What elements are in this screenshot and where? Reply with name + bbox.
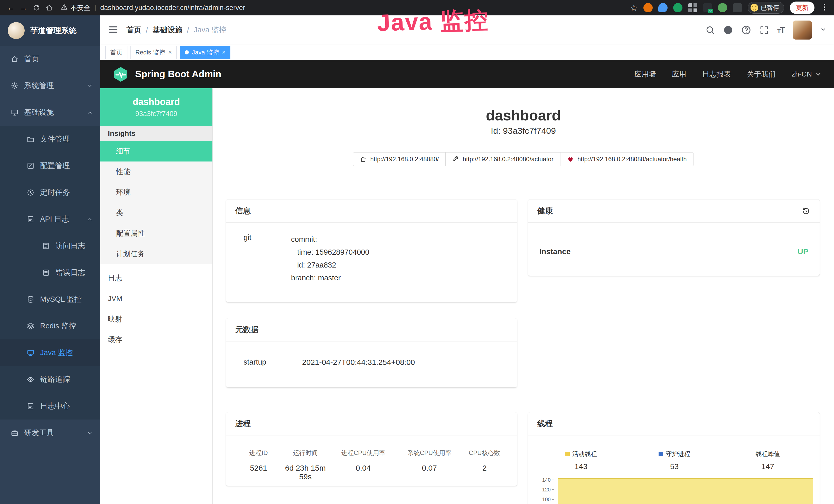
threads-card-title: 线程: [537, 418, 553, 429]
extension-icon[interactable]: [688, 3, 697, 12]
browser-actions: ☆ on 已暂停 更新: [630, 2, 829, 14]
process-header: 系统CPU使用率: [399, 449, 460, 457]
sidebar-item-access-logs[interactable]: 访问日志: [0, 233, 100, 259]
instance-nav-details[interactable]: 细节: [100, 141, 213, 161]
tab-label: Redis 监控: [135, 48, 165, 56]
sidebar-item-redis-monitor[interactable]: Redis 监控: [0, 313, 100, 339]
instance-nav-config-props[interactable]: 配置属性: [100, 223, 213, 244]
sidebar-item-config-mgmt[interactable]: 配置管理: [0, 153, 100, 179]
extension-icon[interactable]: on: [703, 3, 712, 12]
sba-nav-journal[interactable]: 日志报表: [702, 69, 731, 79]
sba-nav-wallboard[interactable]: 应用墙: [634, 69, 656, 79]
sidebar-item-system[interactable]: 系统管理: [0, 72, 100, 99]
extension-icon[interactable]: [673, 3, 682, 12]
sidebar-item-label: 定时任务: [40, 187, 70, 198]
sidebar-item-infra[interactable]: 基础设施: [0, 99, 100, 126]
info-line: id: 27aa832: [291, 258, 503, 271]
back-icon[interactable]: ←: [5, 2, 17, 13]
update-button[interactable]: 更新: [790, 2, 814, 14]
instance-nav-logs[interactable]: 日志: [100, 268, 213, 288]
legend-value: 143: [534, 462, 628, 471]
instance-nav-jvm[interactable]: JVM: [100, 288, 213, 309]
instance-nav-scheduled-tasks[interactable]: 计划任务: [100, 244, 213, 264]
tab-java-monitor[interactable]: Java 监控 ×: [180, 46, 231, 59]
service-url-button[interactable]: http://192.168.0.2:48080/: [353, 152, 446, 166]
chevron-up-icon: [87, 216, 93, 222]
instance-nav-caches[interactable]: 缓存: [100, 329, 213, 350]
y-axis-tick: 120: [534, 486, 554, 493]
sidebar-item-log-center[interactable]: 日志中心: [0, 393, 100, 419]
instance-details-content: dashboard Id: 93a3fc7f7409 http://192.16…: [213, 88, 834, 504]
sba-brand[interactable]: Spring Boot Admin: [112, 66, 221, 83]
reload-icon[interactable]: [31, 2, 42, 13]
sidebar-item-label: 首页: [24, 54, 39, 64]
sidebar-item-java-monitor[interactable]: Java 监控: [0, 339, 100, 366]
tab-redis-monitor[interactable]: Redis 监控 ×: [130, 46, 177, 59]
health-status-badge: UP: [797, 247, 808, 256]
sidebar-item-api-logs[interactable]: API 日志: [0, 206, 100, 233]
instance-id: 93a3fc7f7409: [135, 110, 177, 118]
active-threads-area: [558, 478, 813, 504]
sidebar-item-mysql-monitor[interactable]: MySQL 监控: [0, 286, 100, 313]
security-label: 不安全: [70, 3, 90, 12]
sidebar-item-tracing[interactable]: 链路追踪: [0, 366, 100, 393]
process-table-values: 5261 6d 23h 15m 59s 0.04 0.07 2: [234, 464, 509, 481]
threads-card: 线程 活动线程 143: [528, 412, 820, 504]
hamburger-icon[interactable]: [108, 24, 119, 36]
user-avatar[interactable]: [793, 21, 812, 40]
sidebar-item-dev-tools[interactable]: 研发工具: [0, 419, 100, 446]
cards-grid: 信息 git commit: time: 1596289704000 id: 2…: [226, 200, 820, 504]
forward-icon[interactable]: →: [18, 2, 29, 13]
actuator-url-button[interactable]: http://192.168.0.2:48080/actuator: [445, 152, 561, 166]
sidebar-item-error-logs[interactable]: 错误日志: [0, 259, 100, 286]
instance-nav-classes[interactable]: 类: [100, 203, 213, 223]
browser-home-icon[interactable]: [44, 2, 55, 13]
breadcrumb-infra[interactable]: 基础设施: [153, 25, 182, 35]
info-line: time: 1596289704000: [291, 246, 503, 258]
tab-home[interactable]: 首页: [105, 46, 127, 59]
threads-legend: 活动线程 143 守护进程: [534, 450, 814, 471]
sidebar-item-scheduled-jobs[interactable]: 定时任务: [0, 179, 100, 206]
sidebar-item-label: 系统管理: [24, 81, 54, 91]
tab-label: Java 监控: [192, 48, 219, 56]
home-icon: [11, 55, 19, 63]
sba-nav-applications[interactable]: 应用: [672, 69, 686, 79]
extension-icon[interactable]: [658, 3, 667, 12]
sidebar-item-file-mgmt[interactable]: 文件管理: [0, 126, 100, 153]
extension-icon[interactable]: [643, 3, 653, 12]
search-icon[interactable]: [705, 25, 715, 35]
sidebar-item-label: 链路追踪: [40, 374, 70, 385]
breadcrumb-home[interactable]: 首页: [126, 25, 141, 35]
browser-menu-icon[interactable]: [820, 3, 829, 13]
sidebar-item-label: 错误日志: [56, 268, 85, 278]
address-bar[interactable]: 不安全 | dashboard.yudao.iocoder.cn/infra/a…: [61, 3, 245, 12]
instance-header[interactable]: dashboard 93a3fc7f7409: [100, 88, 213, 126]
close-tab-icon[interactable]: ×: [222, 49, 225, 55]
instance-nav-performance[interactable]: 性能: [100, 161, 213, 182]
extension-icon[interactable]: [733, 3, 742, 12]
sidebar-item-home[interactable]: 首页: [0, 46, 100, 72]
fullscreen-icon[interactable]: [759, 25, 769, 35]
sba-nav-links: 应用墙 应用 日志报表 关于我们 zh-CN: [634, 69, 822, 79]
bookmark-star-icon[interactable]: ☆: [630, 3, 638, 13]
extension-icon[interactable]: [718, 3, 727, 12]
y-axis-tick: 140: [534, 477, 554, 483]
github-icon[interactable]: [723, 25, 733, 35]
health-card-title: 健康: [537, 206, 553, 216]
profile-paused-badge[interactable]: 已暂停: [748, 2, 784, 14]
sba-nav-about[interactable]: 关于我们: [747, 69, 776, 79]
avatar-caret-icon[interactable]: [820, 26, 826, 33]
font-size-icon[interactable]: TT: [777, 25, 785, 35]
sba-locale-select[interactable]: zh-CN: [792, 70, 822, 78]
app-title: 芋道管理系统: [30, 25, 76, 36]
help-icon[interactable]: [741, 25, 751, 35]
health-row: Instance UP: [539, 237, 809, 263]
breadcrumb-separator: /: [187, 26, 189, 35]
instance-nav-environment[interactable]: 环境: [100, 182, 213, 203]
close-tab-icon[interactable]: ×: [168, 49, 172, 55]
instance-nav-mappings[interactable]: 映射: [100, 309, 213, 329]
tags-view: 首页 Redis 监控 × Java 监控 ×: [100, 45, 834, 60]
threads-card-header: 线程: [528, 412, 820, 435]
history-icon[interactable]: [802, 207, 810, 215]
health-url-button[interactable]: http://192.168.0.2:48080/actuator/health: [560, 152, 694, 166]
